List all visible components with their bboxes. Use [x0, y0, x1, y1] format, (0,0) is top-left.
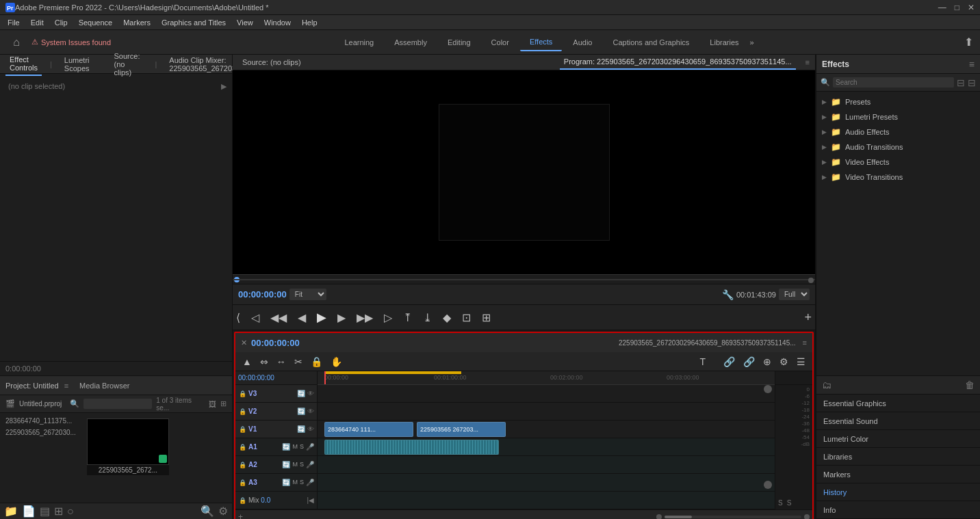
menu-clip[interactable]: Clip: [50, 17, 73, 28]
new-item-icon[interactable]: 📄: [22, 505, 36, 518]
sync-v3-icon[interactable]: 🔄: [297, 390, 305, 397]
mic-a3-icon[interactable]: 🎤: [306, 479, 314, 486]
button-editor-btn[interactable]: ⊞: [478, 309, 494, 326]
menu-edit[interactable]: Edit: [26, 17, 49, 28]
m-a2[interactable]: M: [292, 461, 298, 468]
mark-out-btn[interactable]: ▷: [381, 309, 396, 326]
lock-v3-icon[interactable]: 🔒: [238, 390, 246, 398]
panel-history[interactable]: History: [816, 483, 980, 501]
m-a3[interactable]: M: [292, 479, 298, 486]
menu-file[interactable]: File: [3, 17, 25, 28]
lock-mix-icon[interactable]: 🔒: [238, 496, 246, 505]
step-back-btn[interactable]: ◀: [294, 309, 309, 326]
ws-tab-editing[interactable]: Editing: [438, 34, 480, 51]
menu-sequence[interactable]: Sequence: [74, 17, 118, 28]
mark-in-btn[interactable]: ◁: [248, 309, 263, 326]
seq-menu-icon[interactable]: ≡: [803, 338, 807, 347]
lock-v2-icon[interactable]: 🔒: [238, 408, 246, 416]
ripple-edit-tool[interactable]: ⇔: [257, 355, 271, 369]
solo-2-btn[interactable]: S: [787, 499, 792, 507]
settings-btn[interactable]: ⚙: [777, 355, 791, 369]
add-track-btn[interactable]: +: [238, 512, 243, 520]
minimize-button[interactable]: —: [938, 3, 946, 12]
effects-search-input[interactable]: [833, 77, 954, 88]
ws-tab-color[interactable]: Color: [482, 34, 519, 51]
tree-audio-transitions[interactable]: ▶ 📁 Audio Transitions: [816, 139, 980, 155]
lock-a2-icon[interactable]: 🔒: [238, 461, 246, 469]
audio-wave-a1[interactable]: [324, 440, 499, 455]
add-button[interactable]: +: [801, 308, 815, 327]
playhead[interactable]: [324, 371, 326, 384]
play-btn[interactable]: ▶: [313, 308, 330, 327]
new-bin-effects-icon[interactable]: 🗂: [822, 380, 831, 390]
hand-tool[interactable]: ✋: [328, 355, 345, 369]
tab-media-browser[interactable]: Media Browser: [79, 382, 129, 390]
lift-btn[interactable]: ⤒: [400, 309, 415, 326]
timeline-settings[interactable]: ☰: [794, 355, 808, 369]
settings-icon[interactable]: ⚙: [218, 505, 228, 518]
menu-markers[interactable]: Markers: [118, 17, 155, 28]
clip-v1-1[interactable]: 283664740 111...: [324, 422, 413, 437]
monitor-program-title[interactable]: Program: 225903565_2672030296430659_8693…: [560, 55, 796, 70]
menu-help[interactable]: Help: [297, 17, 322, 28]
expand-icon[interactable]: ▶: [221, 82, 227, 91]
eye-v3-icon[interactable]: 👁: [307, 390, 314, 397]
ws-tab-assembly[interactable]: Assembly: [385, 34, 437, 51]
tree-lumetri-presets[interactable]: ▶ 📁 Lumetri Presets: [816, 109, 980, 124]
search-bottom-icon[interactable]: 🔍: [201, 505, 214, 518]
tab-effect-controls[interactable]: Effect Controls: [5, 53, 42, 76]
add-marker-btn[interactable]: ◆: [439, 309, 454, 326]
menu-graphics-titles[interactable]: Graphics and Titles: [157, 17, 231, 28]
lock-a3-icon[interactable]: 🔒: [238, 479, 246, 487]
tab-lumetri-scopes[interactable]: Lumetri Scopes: [60, 53, 94, 75]
export-icon[interactable]: ⬆: [964, 36, 973, 49]
track-v2-name[interactable]: V2: [248, 408, 295, 415]
system-alert[interactable]: ⚠ System Issues found: [31, 38, 111, 46]
track-v3-name[interactable]: V3: [248, 390, 295, 397]
nudge-left-btn[interactable]: ⟨: [233, 309, 244, 326]
ws-tab-effects[interactable]: Effects: [520, 34, 562, 51]
panel-info[interactable]: Info: [816, 501, 980, 519]
wrench-icon[interactable]: 🔧: [722, 289, 734, 300]
sync-v2-icon[interactable]: 🔄: [297, 408, 305, 415]
ws-overflow[interactable]: »: [750, 38, 754, 46]
track-a1-name[interactable]: A1: [248, 443, 280, 451]
tree-presets[interactable]: ▶ 📁 Presets: [816, 94, 980, 109]
snap-toggle[interactable]: 🔗: [721, 355, 738, 369]
panel-essential-sound[interactable]: Essential Sound: [816, 412, 980, 430]
eye-v1-icon[interactable]: 👁: [307, 425, 314, 433]
effects-filter-2[interactable]: ⊟: [968, 77, 976, 88]
tree-video-effects[interactable]: ▶ 📁 Video Effects: [816, 155, 980, 170]
ws-tab-learning[interactable]: Learning: [335, 34, 383, 51]
effects-filter-1[interactable]: ⊟: [957, 77, 965, 88]
menu-view[interactable]: View: [232, 17, 258, 28]
project-thumbnail[interactable]: 225903565_2672...: [87, 418, 169, 475]
grid-icon[interactable]: ⊞: [220, 399, 227, 408]
delete-effects-icon[interactable]: 🗑: [965, 380, 975, 390]
panel-markers[interactable]: Markers: [816, 466, 980, 483]
tree-video-transitions[interactable]: ▶ 📁 Video Transitions: [816, 170, 980, 185]
tree-audio-effects[interactable]: ▶ 📁 Audio Effects: [816, 124, 980, 139]
ws-tab-captions[interactable]: Captions and Graphics: [603, 34, 699, 51]
panel-essential-graphics[interactable]: Essential Graphics: [816, 395, 980, 412]
fit-dropdown[interactable]: Fit 25% 50% 100%: [289, 289, 326, 300]
project-item-1[interactable]: 283664740_111375...: [3, 416, 79, 426]
home-button[interactable]: ⌂: [7, 33, 26, 52]
quality-dropdown[interactable]: Full 1/2 1/4: [779, 289, 810, 300]
track-a3-name[interactable]: A3: [248, 479, 280, 486]
close-seq-icon[interactable]: ✕: [241, 338, 247, 347]
eye-v2-icon[interactable]: 👁: [307, 408, 314, 415]
linked-selection[interactable]: 🔗: [740, 355, 758, 369]
s-a3[interactable]: S: [300, 479, 304, 486]
extract-btn[interactable]: ⤓: [420, 309, 435, 326]
monitor-menu-icon[interactable]: ≡: [805, 58, 810, 66]
s-a1[interactable]: S: [300, 443, 304, 451]
razor-tool[interactable]: ✂: [292, 355, 305, 369]
s-a2[interactable]: S: [300, 461, 304, 468]
menu-window[interactable]: Window: [259, 17, 296, 28]
close-button[interactable]: ✕: [968, 3, 975, 12]
sync-v1-icon[interactable]: 🔄: [297, 425, 305, 433]
work-area-bar[interactable]: [324, 371, 461, 374]
scrollbar-track[interactable]: [665, 516, 801, 518]
maximize-button[interactable]: □: [955, 3, 959, 12]
